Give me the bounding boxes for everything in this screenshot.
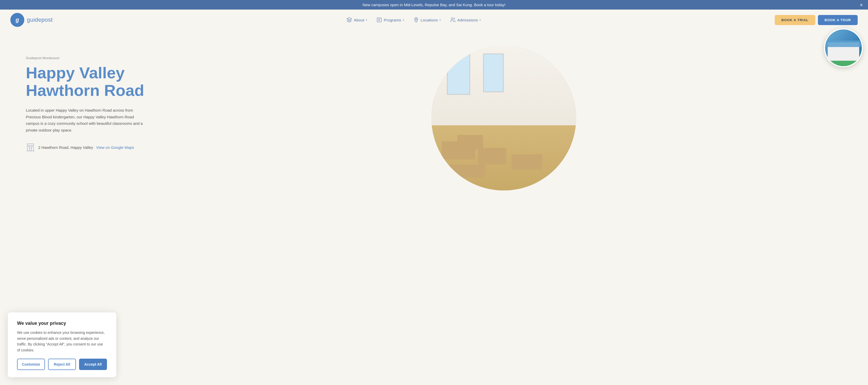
svg-rect-4 (29, 146, 30, 147)
nav-item-locations[interactable]: Locations ▾ (413, 17, 441, 23)
about-chevron: ▾ (366, 19, 367, 22)
logo-text: guidepost (27, 17, 53, 23)
table-2 (478, 148, 506, 165)
window-1 (447, 54, 470, 95)
nav-locations-label: Locations (421, 18, 438, 22)
nav-item-programs[interactable]: Programs ▾ (376, 17, 404, 23)
svg-rect-5 (31, 146, 32, 147)
svg-rect-3 (27, 145, 34, 151)
locations-icon (413, 17, 419, 23)
announcement-text: New campuses open in Mid-Levels, Repulse… (363, 3, 505, 7)
logo-link[interactable]: g guidepost (10, 13, 53, 27)
hero-classroom-image (431, 46, 576, 190)
announcement-close-button[interactable]: × (860, 2, 863, 8)
hero-description: Located in upper Happy Valley on Hawthor… (26, 107, 145, 133)
table-5 (447, 165, 486, 178)
nav-item-about[interactable]: About ▾ (346, 17, 367, 23)
header: g guidepost About ▾ Programs ▾ (0, 9, 868, 30)
locations-chevron: ▾ (439, 19, 441, 22)
table-4 (457, 135, 483, 149)
admissions-icon (450, 17, 456, 23)
nav-item-admissions[interactable]: Admissions ▾ (450, 17, 481, 23)
breadcrumb: Guidepost Montessori (26, 56, 160, 60)
main-content: Guidepost Montessori Happy Valley Hawtho… (0, 30, 868, 206)
book-trial-button[interactable]: BOOK A TRIAL (775, 15, 815, 25)
svg-point-1 (415, 19, 417, 20)
header-buttons: BOOK A TRIAL BOOK A TOUR (775, 15, 858, 25)
address-building-icon (26, 143, 35, 152)
announcement-bar: New campuses open in Mid-Levels, Repulse… (0, 0, 868, 9)
logo-icon: g (10, 13, 24, 27)
main-nav: About ▾ Programs ▾ Locations ▾ (346, 17, 481, 23)
address-google-maps-link[interactable]: View on Google Maps (96, 145, 134, 150)
window-2 (483, 54, 504, 92)
hero-image-section (160, 40, 847, 190)
address-row: 2 Hawthorn Road, Happy Valley View on Go… (26, 143, 160, 152)
hero-text-section: Guidepost Montessori Happy Valley Hawtho… (26, 40, 160, 152)
svg-point-2 (451, 18, 453, 20)
address-text: 2 Hawthorn Road, Happy Valley (38, 145, 93, 150)
programs-chevron: ▾ (403, 19, 404, 22)
nav-about-label: About (354, 18, 364, 22)
admissions-chevron: ▾ (479, 19, 481, 22)
programs-icon (376, 17, 382, 23)
book-tour-button[interactable]: BOOK A TOUR (818, 15, 858, 25)
nav-admissions-label: Admissions (457, 18, 478, 22)
nav-programs-label: Programs (383, 18, 401, 22)
campus-thumbnail (824, 28, 863, 67)
table-3 (512, 154, 542, 170)
hero-title: Happy Valley Hawthorn Road (26, 64, 160, 99)
about-icon (346, 17, 352, 23)
